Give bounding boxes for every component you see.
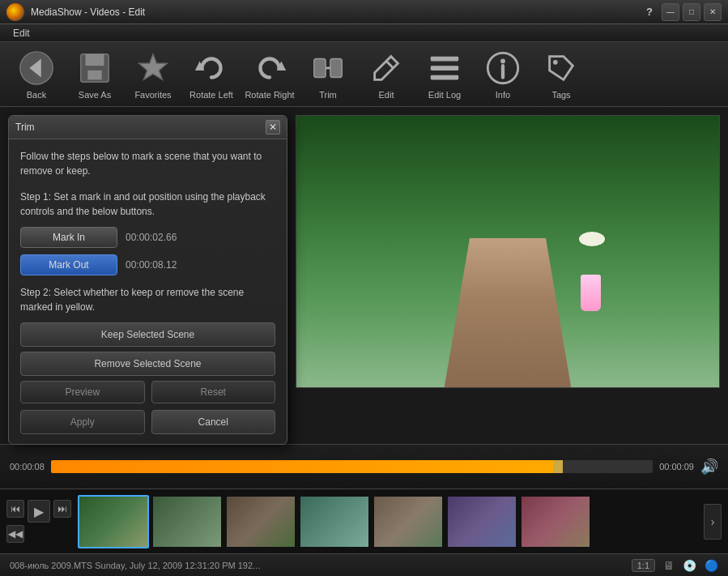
tags-icon [543,49,580,87]
reset-button[interactable]: Reset [151,381,276,403]
minimize-button[interactable]: — [662,3,679,21]
time-end: 00:00:09 [659,462,694,471]
film-nav-right: › [704,504,722,540]
edit-log-icon [426,49,463,87]
svg-rect-9 [330,58,342,77]
rotate-left-button[interactable]: Rotate Left [183,46,240,103]
status-indicator-icon: 🔵 [705,559,718,572]
film-controls-bottom-row: ◀◀ [6,525,71,543]
apply-cancel-row: Apply Cancel [20,410,275,434]
rotate-right-button[interactable]: Rotate Right [241,46,298,103]
svg-point-18 [553,59,558,64]
film-thumb-4[interactable] [373,495,444,548]
video-frame [296,116,719,387]
remove-scene-button[interactable]: Remove Selected Scene [20,352,275,376]
app-logo [6,3,24,21]
svg-line-11 [386,61,394,68]
dialog-titlebar: Trim ✕ [9,116,287,139]
dialog-step1: Step 1: Set a mark in and out position u… [20,190,275,219]
info-icon [484,49,522,87]
dialog-body: Follow the steps below to mark a scene t… [9,139,287,444]
tags-button[interactable]: Tags [533,46,590,103]
save-as-button[interactable]: Save As [66,46,123,103]
filmstrip-next-button[interactable]: › [704,504,722,540]
skip-start-button[interactable]: ⏮ [6,500,24,518]
film-thumb-0[interactable] [78,495,149,548]
status-text: 008-июль 2009.MTS Sunday, July 12, 2009 … [10,561,624,570]
film-controls-top-row: ⏮ ▶ ⏭ [6,500,71,523]
mark-in-button[interactable]: Mark In [20,227,117,248]
film-thumb-2[interactable] [225,495,296,548]
cancel-button[interactable]: Cancel [151,410,276,434]
time-start: 00:00:08 [10,462,45,471]
trim-icon [309,49,347,87]
window-controls: ? — □ ✕ [641,3,722,21]
menu-bar: Edit [0,24,728,42]
help-button[interactable]: ? [641,3,658,21]
mark-out-row: Mark Out 00:00:08.12 [20,254,275,275]
dialog-close-button[interactable]: ✕ [266,120,280,134]
favorites-button[interactable]: Favorites [125,46,181,103]
monitor-icon[interactable]: 🖥 [663,559,675,572]
mark-out-time: 00:00:08.12 [126,259,177,271]
star-icon [134,49,172,87]
film-thumb-5[interactable] [446,495,517,548]
keep-scene-button[interactable]: Keep Selected Scene [20,322,275,347]
scrubber-track[interactable] [51,460,653,473]
filmstrip: ⏮ ▶ ⏭ ◀◀ › [0,489,728,553]
rewind-button[interactable]: ◀◀ [6,525,24,543]
scrubber-fill [51,460,563,473]
svg-marker-5 [139,53,168,79]
back-icon [18,49,55,87]
film-thumb-6[interactable] [520,495,591,548]
dialog-step2: Step 2: Select whether to keep or remove… [20,285,275,314]
title-bar: MediaShow - Videos - Edit ? — □ ✕ [0,0,728,24]
video-preview [296,115,720,388]
disc-icon[interactable]: 💿 [683,559,696,572]
svg-point-16 [500,58,505,63]
edit-log-button[interactable]: Edit Log [416,46,473,103]
back-button[interactable]: Back [8,46,65,103]
rotate-left-icon [193,49,230,87]
scrubber-handle[interactable] [553,460,563,473]
timeline-area: 00:00:08 00:00:09 🔊 [0,444,728,489]
apply-button[interactable]: Apply [20,410,145,434]
close-button[interactable]: ✕ [704,3,722,21]
save-icon [76,49,113,87]
mark-out-button[interactable]: Mark Out [20,254,117,275]
svg-rect-8 [314,58,326,77]
film-thumb-3[interactable] [299,495,370,548]
edit-button[interactable]: Edit [358,46,415,103]
svg-rect-13 [431,66,459,70]
film-controls-left: ⏮ ▶ ⏭ ◀◀ [6,500,71,543]
trim-dialog: Trim ✕ Follow the steps below to mark a … [8,115,287,445]
rotate-right-icon [251,49,288,87]
svg-rect-12 [431,56,459,61]
maximize-button[interactable]: □ [683,3,700,21]
film-thumb-1[interactable] [151,495,223,548]
dialog-instructions: Follow the steps below to mark a scene t… [20,149,275,178]
mark-in-row: Mark In 00:00:02.66 [20,227,275,248]
volume-icon[interactable]: 🔊 [700,458,718,476]
preview-reset-row: Preview Reset [20,381,275,403]
menu-item-edit[interactable]: Edit [6,26,36,41]
preview-button[interactable]: Preview [20,381,145,403]
skip-end-button[interactable]: ⏭ [53,500,71,518]
trim-button[interactable]: Trim [300,46,356,103]
dialog-title: Trim [15,122,35,133]
status-bar: 008-июль 2009.MTS Sunday, July 12, 2009 … [0,553,728,576]
info-button[interactable]: Info [475,46,531,103]
play-button[interactable]: ▶ [28,500,50,523]
filmstrip-items [78,495,700,548]
window-title: MediaShow - Videos - Edit [31,6,641,18]
zoom-badge: 1:1 [632,559,655,572]
toolbar: Back Save As Favorites Rotate Left Rotat… [0,42,728,107]
svg-rect-3 [86,53,104,65]
mark-in-time: 00:00:02.66 [126,232,177,243]
edit-icon [368,49,405,87]
svg-rect-4 [87,70,101,79]
svg-rect-14 [431,75,459,79]
